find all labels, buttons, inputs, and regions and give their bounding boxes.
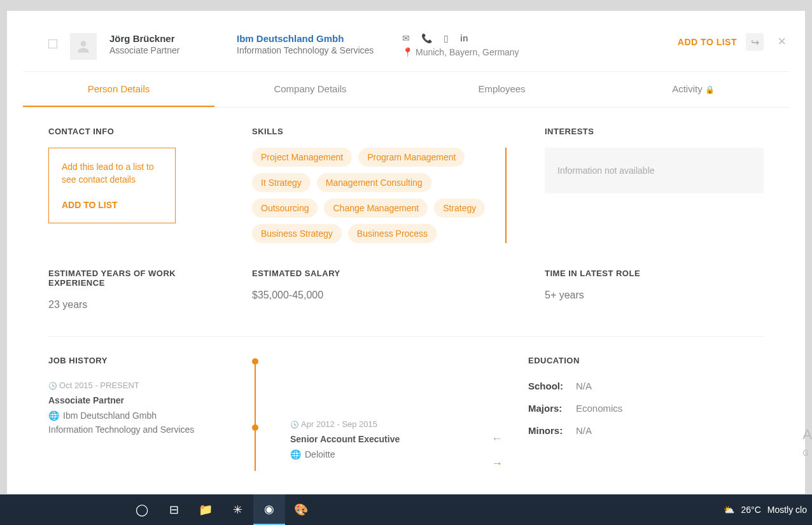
skill-tag[interactable]: Business Strategy [252,224,342,243]
job-company: 🌐Deloitte [290,449,515,459]
timeline-nav: ← → [491,432,503,470]
linkedin-icon[interactable]: in [460,33,468,43]
majors-label: Majors: [528,403,576,414]
skills-heading: SKILLS [252,127,507,136]
job-industry: Information Technology and Services [48,424,239,435]
select-checkbox[interactable] [48,39,57,48]
skill-tag[interactable]: Strategy [434,199,485,218]
add-to-list-button-box[interactable]: ADD TO LIST [62,200,162,210]
lead-header: Jörg Brückner Associate Partner Ibm Deut… [23,11,789,72]
skill-tag[interactable]: Management Consulting [317,173,431,192]
skill-tag[interactable]: Change Management [324,199,428,218]
weather-text: Mostly clo [767,505,807,515]
close-icon[interactable]: × [778,33,786,50]
person-role: Associate Partner [109,45,237,55]
salary-value: $35,000-45,000 [252,290,507,301]
majors-value: Economics [576,403,622,414]
add-to-list-button[interactable]: ADD TO LIST [678,37,737,47]
job-title: Senior Account Executive [290,434,515,444]
tab-employees[interactable]: Employees [406,72,598,107]
tab-activity[interactable]: Activity 🔒 [598,72,789,107]
skill-tag[interactable]: Outsourcing [252,199,318,218]
person-name: Jörg Brückner [109,33,237,44]
taskbar-slack-icon[interactable]: ✳ [221,494,253,525]
tabs: Person Details Company Details Employees… [23,72,789,108]
education-heading: EDUCATION [528,356,764,365]
job-company-name: Ibm Deutschland Gmbh [63,410,157,421]
email-icon[interactable]: ✉ [402,33,410,43]
svg-point-0 [81,41,87,46]
time-in-role-heading: TIME IN LATEST ROLE [545,269,764,278]
tab-activity-label: Activity [672,83,703,94]
company-industry: Information Technology & Services [237,45,402,55]
skill-tag[interactable]: It Strategy [252,173,311,192]
contact-cta-box: Add this lead to a list to see contact d… [48,148,176,223]
share-icon[interactable]: ↪ [746,33,764,51]
school-label: School: [528,381,576,391]
job-history-heading: JOB HISTORY [48,356,239,365]
taskbar-chrome-icon[interactable]: ◉ [253,494,285,525]
timeline [252,356,277,471]
weather-icon: ⛅ [724,505,734,515]
tab-person-details[interactable]: Person Details [23,72,214,107]
contact-cta-text: Add this lead to a list to see contact d… [62,161,162,186]
job-dates: Oct 2015 - PRESENT [48,381,239,390]
skill-tag[interactable]: Program Management [358,148,465,167]
location-text: Munich, Bayern, Germany [416,47,519,57]
minors-label: Minors: [528,425,576,436]
company-link[interactable]: Ibm Deutschland Gmbh [237,33,402,44]
globe-icon: 🌐 [290,449,301,459]
work-experience-heading: ESTIMATED YEARS OF WORK EXPERIENCE [48,269,214,288]
job-dates: Apr 2012 - Sep 2015 [290,419,515,429]
taskbar-weather[interactable]: ⛅ 26°C Mostly clo [724,505,812,515]
taskbar-cortana-icon[interactable]: ◯ [126,494,158,525]
tab-company-details[interactable]: Company Details [214,72,406,107]
lock-icon: 🔒 [705,85,715,94]
divider [48,336,764,337]
minors-value: N/A [576,425,592,436]
work-experience-value: 23 years [48,299,214,311]
temperature: 26°C [741,505,760,515]
taskbar-paint-icon[interactable]: 🎨 [285,494,317,525]
background-hint: AG [802,426,812,460]
contact-info-heading: CONTACT INFO [48,127,214,136]
job-company-name: Deloitte [305,449,335,459]
phone-icon[interactable]: 📞 [421,33,432,43]
salary-heading: ESTIMATED SALARY [252,269,507,278]
skill-tag[interactable]: Project Management [252,148,352,167]
job-entry: Apr 2012 - Sep 2015 Senior Account Execu… [290,419,515,459]
avatar [70,33,97,60]
lead-detail-modal: × Jörg Brückner Associate Partner Ibm De… [7,11,805,494]
taskbar-taskview-icon[interactable]: ⊟ [158,494,190,525]
skills-list: Project ManagementProgram ManagementIt S… [252,148,507,243]
taskbar: ◯ ⊟ 📁 ✳ ◉ 🎨 ⛅ 26°C Mostly clo [0,494,812,525]
arrow-right-icon[interactable]: → [491,457,503,470]
job-entry: Oct 2015 - PRESENT Associate Partner 🌐Ib… [48,381,239,435]
arrow-left-icon[interactable]: ← [491,432,503,445]
pin-icon: 📍 [402,47,413,57]
location: 📍Munich, Bayern, Germany [402,47,568,57]
time-in-role-value: 5+ years [545,290,764,301]
interests-heading: INTERESTS [545,127,764,136]
globe-icon: 🌐 [48,410,59,421]
school-value: N/A [576,381,592,391]
job-title: Associate Partner [48,395,239,405]
job-company: 🌐Ibm Deutschland Gmbh [48,410,239,421]
mobile-icon[interactable]: ▯ [444,33,449,43]
interests-empty: Information not available [545,148,764,193]
taskbar-explorer-icon[interactable]: 📁 [190,494,221,525]
skill-tag[interactable]: Business Process [348,224,437,243]
